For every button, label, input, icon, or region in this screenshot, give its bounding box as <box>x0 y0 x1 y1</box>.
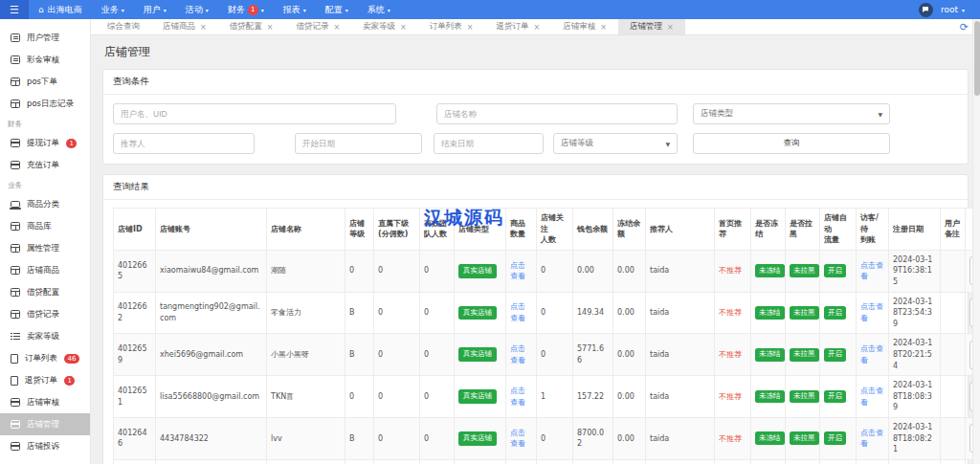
navbar-right: root ▾ <box>919 3 965 17</box>
tab-店铺审核[interactable]: 店铺审核× <box>551 19 618 34</box>
sidebar-item-pos日志记录[interactable]: pos日志记录 <box>0 93 90 115</box>
column-header: 推荐人 <box>646 209 715 251</box>
sidebar-item-卖家等级[interactable]: 卖家等级 <box>0 325 90 347</box>
hamburger-menu-icon[interactable]: ☰ <box>0 0 29 19</box>
shop-account-cell: xhei4923@gmail.com <box>156 459 267 464</box>
column-header: 商品 数量 <box>506 209 537 251</box>
auto-traffic-cell: 开启 <box>820 376 857 418</box>
refresh-icon[interactable]: ⟳ <box>960 21 969 33</box>
tab-综合查询[interactable]: 综合查询 <box>96 19 151 34</box>
sidebar-item-借贷记录[interactable]: 借贷记录 <box>0 303 90 325</box>
frozen-balance-cell: 0.00 <box>613 292 646 334</box>
nav-menu-用户[interactable]: 用户▾ <box>144 4 167 16</box>
vertical-scrollbar[interactable] <box>972 19 980 464</box>
close-icon[interactable]: × <box>267 23 274 32</box>
sidebar-item-店铺商品[interactable]: 店铺商品 <box>0 259 90 281</box>
tab-店铺管理[interactable]: 店铺管理× <box>618 19 685 34</box>
sidebar-item-label: 店铺审核 <box>27 397 59 409</box>
nav-menu-配置[interactable]: 配置▾ <box>325 4 348 16</box>
auto-traffic-cell: 开启 <box>820 334 857 376</box>
tab-退货订单[interactable]: 退货订单× <box>485 19 552 34</box>
tab-借贷配置[interactable]: 借贷配置× <box>218 19 285 34</box>
table-row: 4012648xhei4923@gmail.com小黑000真实店铺点击查看03… <box>114 459 980 464</box>
chat-icon[interactable] <box>919 3 933 17</box>
sidebar-item-属性管理[interactable]: 属性管理 <box>0 237 90 259</box>
close-icon[interactable]: × <box>200 23 207 32</box>
sidebar-item-店铺直通车管理[interactable]: 店铺直通车管理 <box>0 457 90 464</box>
team-count-cell: 0 <box>420 334 455 376</box>
auto-traffic-badge: 开启 <box>824 264 846 277</box>
sidebar-section-业务: 业务 <box>0 176 90 193</box>
auto-traffic-badge: 开启 <box>824 306 846 320</box>
goods-view-link[interactable]: 点击查看 <box>510 387 525 407</box>
user-uid-input[interactable] <box>113 103 396 124</box>
sidebar-item-借贷配置[interactable]: 借贷配置 <box>0 281 90 303</box>
shop-grade-select[interactable]: 店铺等级 ▼ <box>553 133 678 154</box>
close-icon[interactable]: × <box>534 23 541 32</box>
sidebar-item-店铺管理[interactable]: 店铺管理 <box>0 413 90 435</box>
close-icon[interactable]: × <box>467 23 474 32</box>
sidebar-item-订单列表[interactable]: 订单列表46 <box>0 347 90 369</box>
sidebar-item-店铺投诉[interactable]: 店铺投诉 <box>0 435 90 457</box>
goods-view-link[interactable]: 点击查看 <box>510 429 525 449</box>
column-header: 是否拉黑 <box>786 209 820 251</box>
sidebar-item-用户管理[interactable]: 用户管理 <box>0 27 90 49</box>
tab-店铺商品[interactable]: 店铺商品× <box>151 19 218 34</box>
sidebar-item-店铺审核[interactable]: 店铺审核 <box>0 391 90 413</box>
shop-type-cell: 真实店铺 <box>455 376 506 418</box>
sidebar-item-label: pos日志记录 <box>27 99 74 110</box>
sidebar-item-彩金审核[interactable]: 彩金审核 <box>0 49 90 71</box>
app-brand[interactable]: ⌂ 出海电商 <box>38 4 82 16</box>
start-date-input[interactable] <box>295 133 422 154</box>
tab-卖家等级[interactable]: 卖家等级× <box>351 19 418 34</box>
query-button[interactable]: 查询 <box>693 133 890 154</box>
tab-label: 店铺商品 <box>163 21 195 33</box>
team-count-cell: 0 <box>420 459 455 464</box>
shop-account-cell: xiaomaiwu84@gmail.com <box>156 250 267 292</box>
page-icon <box>11 354 18 364</box>
end-date-input[interactable] <box>434 133 544 154</box>
sidebar-item-提现订单[interactable]: 提现订单1 <box>0 132 90 154</box>
sidebar-item-商品库[interactable]: 商品库 <box>0 215 90 237</box>
sidebar-item-pos下单[interactable]: pos下单 <box>0 71 90 93</box>
nav-menu-报表[interactable]: 报表▾ <box>283 4 306 16</box>
goods-view-link[interactable]: 点击查看 <box>510 344 525 365</box>
tab-label: 退货订单 <box>497 21 529 33</box>
sidebar-item-label: 店铺投诉 <box>27 441 59 453</box>
home-recommend-cell: 不推荐 <box>715 292 751 334</box>
nav-menu-业务[interactable]: 业务▾ <box>101 4 124 16</box>
goods-view-link[interactable]: 点击查看 <box>510 302 525 322</box>
visitors-view-link[interactable]: 点击查看 <box>860 344 883 365</box>
column-header: 店铺类型 <box>455 209 506 251</box>
auto-traffic-cell: 开启 <box>820 417 857 459</box>
visitors-view-link[interactable]: 点击查看 <box>860 429 883 449</box>
shop-type-select[interactable]: 店铺类型 ▼ <box>693 103 890 124</box>
user-dropdown[interactable]: root ▾ <box>941 5 965 14</box>
close-icon[interactable]: × <box>400 23 407 32</box>
close-icon[interactable]: × <box>667 23 674 32</box>
scrollbar-thumb[interactable] <box>974 21 980 96</box>
wallet-balance-cell: 149.34 <box>573 292 613 334</box>
close-icon[interactable]: × <box>600 23 607 32</box>
sidebar-item-充值订单[interactable]: 充值订单 <box>0 154 90 176</box>
blacklist-status-badge: 未拉黑 <box>790 264 819 277</box>
shop-name-input[interactable] <box>436 103 678 124</box>
referrer-cell: taida <box>646 417 715 459</box>
tab-bar: 综合查询店铺商品×借贷配置×借贷记录×卖家等级×订单列表×退货订单×店铺审核×店… <box>91 19 980 35</box>
tab-订单列表[interactable]: 订单列表× <box>418 19 485 34</box>
tab-label: 店铺管理 <box>630 21 662 33</box>
nav-menu-财务[interactable]: 财务1▾ <box>228 4 264 16</box>
nav-menu-系统[interactable]: 系统▾ <box>368 4 390 16</box>
visitors-view-link[interactable]: 点击查看 <box>860 261 883 281</box>
goods-view-link[interactable]: 点击查看 <box>510 261 525 281</box>
visitors-view-link[interactable]: 点击查看 <box>860 302 883 322</box>
column-header: 注册日期 <box>889 209 941 251</box>
sidebar-item-退货订单[interactable]: 退货订单1 <box>0 369 90 391</box>
nav-menu-活动[interactable]: 活动▾ <box>186 4 209 16</box>
referrer-input[interactable] <box>113 133 255 154</box>
sidebar-item-商品分类[interactable]: 商品分类 <box>0 193 90 215</box>
visitors-view-link[interactable]: 点击查看 <box>860 387 883 407</box>
results-panel-title: 查询结果 <box>103 175 968 200</box>
tab-借贷记录[interactable]: 借贷记录× <box>284 19 351 34</box>
close-icon[interactable]: × <box>333 23 340 32</box>
